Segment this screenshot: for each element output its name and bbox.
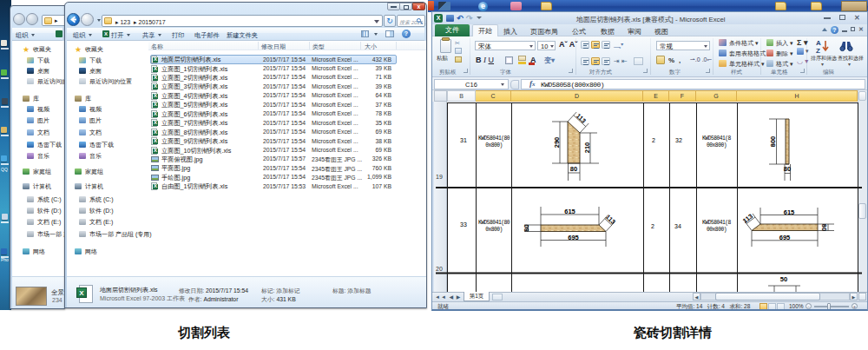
svg-text:80: 80	[570, 165, 577, 173]
svg-text:113: 113	[741, 212, 754, 224]
svg-text:113: 113	[604, 213, 617, 226]
svg-text:800: 800	[769, 136, 777, 148]
svg-text:80: 80	[523, 224, 530, 231]
svg-text:615: 615	[564, 208, 575, 215]
svg-text:695: 695	[568, 234, 579, 241]
svg-text:80: 80	[820, 224, 828, 231]
svg-text:80: 80	[784, 165, 791, 173]
svg-text:695: 695	[779, 234, 791, 241]
svg-text:615: 615	[784, 208, 795, 216]
svg-text:A: A	[816, 39, 821, 47]
svg-text:210: 210	[583, 142, 591, 154]
svg-text:50: 50	[780, 275, 787, 283]
svg-text:113: 113	[575, 112, 588, 125]
svg-text:290: 290	[553, 137, 561, 149]
svg-text:Z: Z	[816, 47, 820, 54]
